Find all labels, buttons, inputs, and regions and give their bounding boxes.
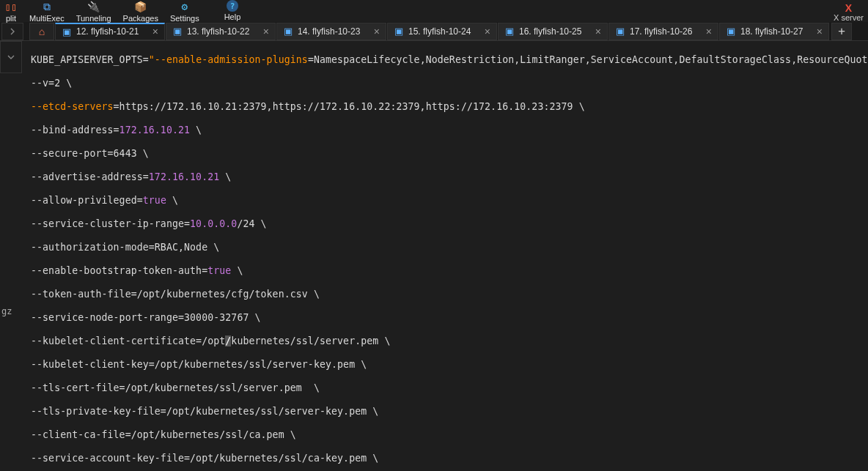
terminal-icon: ▣ xyxy=(62,26,72,37)
home-icon: ⌂ xyxy=(39,26,45,37)
chevron-right-icon xyxy=(9,28,16,35)
tab-15[interactable]: ▣ 15. flyfish-10-24 × xyxy=(387,23,497,40)
terminal-icon: ▣ xyxy=(726,26,736,37)
sidebar-toggle[interactable] xyxy=(1,23,23,40)
tab-16[interactable]: ▣ 16. flyfish-10-25 × xyxy=(498,23,608,40)
tab-12[interactable]: ▣ 12. flyfish-10-21 × xyxy=(55,23,165,40)
terminal-icon: ▣ xyxy=(394,26,404,37)
close-icon[interactable]: × xyxy=(595,26,601,37)
close-icon[interactable]: × xyxy=(485,26,490,37)
close-icon[interactable]: × xyxy=(817,26,823,37)
close-icon[interactable]: × xyxy=(706,26,712,37)
toolbar-settings[interactable]: ⚙ Settings xyxy=(167,0,202,23)
terminal-icon: ▣ xyxy=(615,26,625,37)
terminal-icon: ▣ xyxy=(283,26,293,37)
help-icon: ? xyxy=(227,0,238,12)
tab-bar: ⌂ ▣ 12. flyfish-10-21 × ▣ 13. flyfish-10… xyxy=(0,22,868,41)
main-toolbar: ▯▯ plit ⧉ MultiExec 🔌 Tunneling 📦 Packag… xyxy=(0,0,868,22)
toolbar-help[interactable]: ? Help xyxy=(221,0,244,21)
close-icon[interactable]: × xyxy=(374,26,380,37)
xserver-x-icon: X xyxy=(845,3,852,13)
toolbar-split[interactable]: ▯▯ plit xyxy=(1,0,21,23)
terminal-output[interactable]: KUBE_APISERVER_OPTS="--enable-admission-… xyxy=(31,42,867,471)
tab-18[interactable]: ▣ 18. flyfish-10-27 × xyxy=(719,23,829,40)
packages-icon: 📦 xyxy=(134,0,147,13)
xserver-indicator[interactable]: X X server xyxy=(834,3,864,22)
tab-17[interactable]: ▣ 17. flyfish-10-26 × xyxy=(608,23,718,40)
toolbar-multiexec[interactable]: ⧉ MultiExec xyxy=(26,0,67,23)
tunneling-icon: 🔌 xyxy=(87,0,100,13)
terminal-icon: ▣ xyxy=(504,26,515,37)
toolbar-tunneling[interactable]: 🔌 Tunneling xyxy=(73,0,114,23)
home-tab[interactable]: ⌂ xyxy=(29,23,54,40)
close-icon[interactable]: × xyxy=(263,26,269,37)
toolbar-packages[interactable]: 📦 Packages xyxy=(120,0,161,23)
split-icon: ▯▯ xyxy=(4,0,18,13)
session-dropdown[interactable] xyxy=(0,41,22,73)
settings-icon: ⚙ xyxy=(178,0,191,13)
terminal-icon: ▣ xyxy=(172,26,183,37)
multiexec-icon: ⧉ xyxy=(40,0,54,13)
chevron-down-icon xyxy=(7,53,15,61)
tab-13[interactable]: ▣ 13. flyfish-10-22 × xyxy=(166,23,276,40)
side-label: gz xyxy=(1,306,12,316)
close-icon[interactable]: × xyxy=(152,26,158,37)
tab-14[interactable]: ▣ 14. flyfish-10-23 × xyxy=(276,23,386,40)
new-tab-button[interactable]: + xyxy=(831,23,852,40)
